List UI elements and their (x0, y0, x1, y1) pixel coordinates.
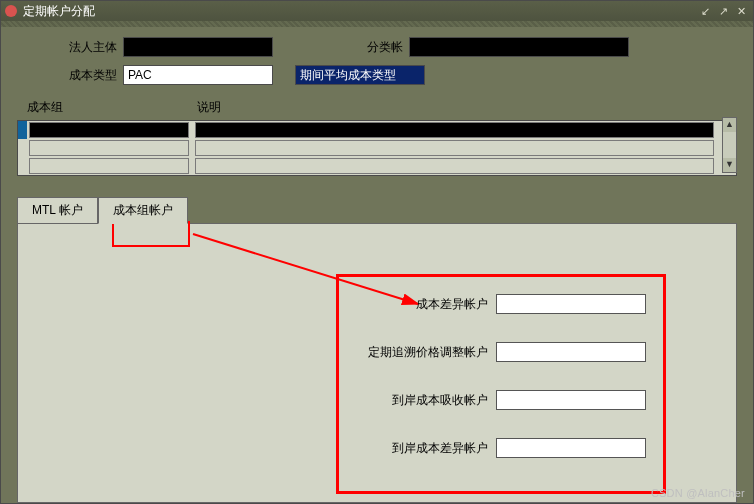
cell-description[interactable] (195, 140, 714, 156)
minimize-button[interactable]: ↙ (697, 4, 713, 18)
table-row[interactable] (18, 121, 720, 139)
retro-adjust-label: 定期追溯价格调整帐户 (356, 344, 488, 361)
tab-panel-cost-group: 成本差异帐户 定期追溯价格调整帐户 到岸成本吸收帐户 到岸成本差异帐户 (17, 223, 737, 503)
legal-entity-label: 法人主体 (17, 39, 117, 56)
cost-variance-input[interactable] (496, 294, 646, 314)
row-indicator (18, 121, 27, 139)
cell-cost-group[interactable] (29, 140, 189, 156)
col-description: 说明 (197, 99, 497, 120)
tab-mtl-accounts[interactable]: MTL 帐户 (17, 197, 98, 224)
period-cost-type-field[interactable]: 期间平均成本类型 (295, 65, 425, 85)
grid-area: 成本组 说明 (17, 99, 737, 176)
app-icon (5, 5, 17, 17)
account-fields: 成本差异帐户 定期追溯价格调整帐户 到岸成本吸收帐户 到岸成本差异帐户 (346, 284, 656, 494)
retro-adjust-input[interactable] (496, 342, 646, 362)
table-row[interactable] (18, 157, 720, 175)
cost-variance-label: 成本差异帐户 (356, 296, 488, 313)
landed-variance-label: 到岸成本差异帐户 (356, 440, 488, 457)
title-bar: 定期帐户分配 ↙ ↗ ✕ (1, 1, 753, 21)
form-row-1: 法人主体 分类帐 (17, 37, 737, 57)
legal-entity-field[interactable] (123, 37, 273, 57)
landed-variance-input[interactable] (496, 438, 646, 458)
cell-description[interactable] (195, 122, 714, 138)
landed-absorb-input[interactable] (496, 390, 646, 410)
cost-type-field[interactable]: PAC (123, 65, 273, 85)
row-indicator (18, 157, 27, 175)
close-button[interactable]: ✕ (733, 4, 749, 18)
annotation-box-tab (112, 221, 190, 247)
app-window: 定期帐户分配 ↙ ↗ ✕ 法人主体 分类帐 成本类型 PAC 期间平均成本类型 … (0, 0, 754, 504)
ledger-label: 分类帐 (273, 39, 403, 56)
landed-absorb-label: 到岸成本吸收帐户 (356, 392, 488, 409)
content-area: 法人主体 分类帐 成本类型 PAC 期间平均成本类型 成本组 说明 (1, 27, 753, 504)
window-title: 定期帐户分配 (23, 3, 695, 20)
ledger-field[interactable] (409, 37, 629, 57)
grid-rows (17, 120, 737, 176)
table-row[interactable] (18, 139, 720, 157)
maximize-button[interactable]: ↗ (715, 4, 731, 18)
form-row-2: 成本类型 PAC 期间平均成本类型 (17, 65, 737, 85)
cell-cost-group[interactable] (29, 158, 189, 174)
tab-strip: MTL 帐户 成本组帐户 (17, 196, 737, 223)
cell-description[interactable] (195, 158, 714, 174)
account-row: 到岸成本吸收帐户 (356, 390, 646, 410)
cell-cost-group[interactable] (29, 122, 189, 138)
col-cost-group: 成本组 (27, 99, 197, 120)
scroll-down[interactable]: ▼ (723, 158, 736, 172)
cost-type-label: 成本类型 (17, 67, 117, 84)
account-row: 成本差异帐户 (356, 294, 646, 314)
tab-cost-group-accounts[interactable]: 成本组帐户 (98, 197, 188, 224)
account-row: 定期追溯价格调整帐户 (356, 342, 646, 362)
row-indicator (18, 139, 27, 157)
grid-scrollbar[interactable]: ▲ ▼ (722, 117, 737, 173)
watermark: CSDN @AlanCher (651, 487, 745, 499)
grid-headers: 成本组 说明 (27, 99, 737, 120)
scroll-up[interactable]: ▲ (723, 118, 736, 132)
account-row: 到岸成本差异帐户 (356, 438, 646, 458)
